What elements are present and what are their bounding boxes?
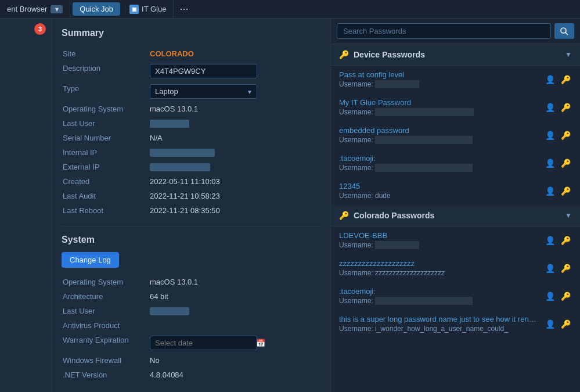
pwd-name[interactable]: 12345 <box>339 182 539 190</box>
last-user-value: ████████ <box>149 116 321 131</box>
list-item: this is a super long password name just … <box>331 310 580 338</box>
change-log-button[interactable]: Change Log <box>62 252 119 268</box>
tab-it-glue-label: IT Glue <box>142 5 166 13</box>
warranty-date-input[interactable] <box>155 339 253 347</box>
list-item: Pass at config level Username: ████████ … <box>331 66 580 93</box>
copy-password-button[interactable]: 🔑 <box>560 74 572 85</box>
main-content: Summary Site COLORADO Description Type <box>52 19 330 392</box>
last-audit-value: 2022-11-21 10:58:23 <box>149 189 321 203</box>
created-value: 2022-05-11 11:10:03 <box>149 174 321 189</box>
copy-password-button[interactable]: 🔑 <box>560 262 572 274</box>
calendar-icon: 📅 <box>256 339 265 347</box>
colorado-passwords-header[interactable]: 🔑 Colorado Passwords ▼ <box>331 205 580 226</box>
list-item: :tacoemoji: Username: ████████ ██████ ██… <box>331 282 580 310</box>
device-key-icon: 🔑 <box>339 50 349 59</box>
summary-title: Summary <box>62 28 321 38</box>
sys-last-user-value: ████████ <box>149 304 321 318</box>
pwd-name[interactable]: this is a super long password name just … <box>339 315 539 323</box>
last-audit-label: Last Audit <box>62 189 149 203</box>
copy-password-button[interactable]: 🔑 <box>560 185 572 197</box>
copy-username-button[interactable]: 👤 <box>544 235 556 246</box>
firewall-label: Windows Firewall <box>62 353 149 368</box>
list-item: LDEVOE-BBB Username: ████████ 👤 🔑 <box>331 226 580 254</box>
site-value: COLORADO <box>149 46 321 61</box>
external-ip-blurred: ██.███.███.███ <box>150 163 210 171</box>
pwd-username: Username: zzzzzzzzzzzzzzzzzzzz <box>339 269 539 277</box>
copy-username-button[interactable]: 👤 <box>544 130 556 141</box>
serial-label: Serial Number <box>62 131 149 145</box>
summary-section: Summary Site COLORADO Description Type <box>62 28 321 218</box>
sys-last-user-label: Last User <box>62 304 149 318</box>
quick-job-button[interactable]: Quick Job <box>73 2 120 16</box>
pwd-name[interactable]: embedded password <box>339 126 539 135</box>
copy-password-button[interactable]: 🔑 <box>560 102 572 113</box>
copy-username-button[interactable]: 👤 <box>544 318 556 330</box>
copy-username-button[interactable]: 👤 <box>544 102 556 113</box>
arch-value: 64 bit <box>149 289 321 304</box>
colorado-key-icon: 🔑 <box>339 211 349 220</box>
device-passwords-label: Device Passwords <box>354 50 425 59</box>
copy-username-button[interactable]: 👤 <box>544 74 556 85</box>
copy-username-button[interactable]: 👤 <box>544 185 556 197</box>
site-link[interactable]: COLORADO <box>150 49 194 58</box>
pwd-item-info: LDEVOE-BBB Username: ████████ <box>339 231 539 249</box>
pwd-username: Username: ████████ <box>339 241 539 249</box>
description-label: Description <box>62 61 149 81</box>
pwd-name[interactable]: Pass at config level <box>339 70 539 79</box>
pwd-name[interactable]: :tacoemoji: <box>339 154 539 163</box>
external-ip-value: ██.███.███.███ <box>149 160 321 174</box>
sys-last-user-blurred: ████████ <box>150 307 189 315</box>
more-options-button[interactable]: ··· <box>174 3 194 15</box>
serial-value: N/A <box>149 131 321 145</box>
pwd-item-info: zzzzzzzzzzzzzzzzzzzz Username: zzzzzzzzz… <box>339 259 539 277</box>
pwd-actions: 👤 🔑 <box>544 290 572 302</box>
pwd-username: Username: ████████ ██████ ████ <box>339 297 539 305</box>
os-label: Operating System <box>62 102 149 116</box>
pwd-username: Username: ███████████████████ <box>339 108 539 116</box>
site-label: Site <box>62 46 149 61</box>
copy-password-button[interactable]: 🔑 <box>560 235 572 246</box>
colorado-passwords-chevron: ▼ <box>565 211 572 220</box>
tab-browser-arrow[interactable]: ▼ <box>51 5 63 13</box>
copy-password-button[interactable]: 🔑 <box>560 157 572 169</box>
list-item: 12345 Username: dude 👤 🔑 <box>331 177 580 205</box>
search-input[interactable] <box>337 23 551 39</box>
type-select[interactable]: Laptop <box>150 84 257 99</box>
list-item: :tacoemoji: Username: ████████ ██████ ██… <box>331 149 580 177</box>
search-button[interactable] <box>554 23 574 39</box>
tab-browser[interactable]: ent Browser ▼ <box>0 0 70 18</box>
device-passwords-header[interactable]: 🔑 Device Passwords ▼ <box>331 44 580 66</box>
search-bar <box>331 19 580 44</box>
copy-password-button[interactable]: 🔑 <box>560 318 572 330</box>
tab-it-glue[interactable]: ▣ IT Glue <box>123 0 174 18</box>
warranty-label: Warranty Expiration <box>62 333 149 353</box>
internal-ip-value: ███.███.███.███ <box>149 145 321 160</box>
pwd-item-info: :tacoemoji: Username: ████████ ██████ ██… <box>339 287 539 305</box>
description-input[interactable] <box>150 64 257 78</box>
copy-username-button[interactable]: 👤 <box>544 290 556 302</box>
list-item: embedded password Username: ████████ ███… <box>331 121 580 149</box>
copy-username-button[interactable]: 👤 <box>544 157 556 169</box>
svg-point-0 <box>561 28 566 33</box>
right-panel: 🔑 Device Passwords ▼ Pass at config leve… <box>330 19 580 392</box>
last-user-label: Last User <box>62 116 149 131</box>
pwd-name[interactable]: zzzzzzzzzzzzzzzzzzzz <box>339 259 539 268</box>
pwd-username: Username: ████████ <box>339 80 539 88</box>
pwd-name[interactable]: My IT Glue Password <box>339 98 539 107</box>
copy-password-button[interactable]: 🔑 <box>560 130 572 141</box>
pwd-name[interactable]: LDEVOE-BBB <box>339 231 539 240</box>
pwd-name[interactable]: :tacoemoji: <box>339 287 539 296</box>
system-section: System Change Log Operating System macOS… <box>62 235 321 382</box>
antivirus-value <box>149 318 321 333</box>
copy-password-button[interactable]: 🔑 <box>560 290 572 302</box>
pwd-actions: 👤 🔑 <box>544 262 572 274</box>
tab-browser-label: ent Browser <box>7 5 47 13</box>
copy-username-button[interactable]: 👤 <box>544 262 556 274</box>
device-passwords-title: 🔑 Device Passwords <box>339 50 425 59</box>
arch-label: Architecture <box>62 289 149 304</box>
internal-ip-blurred: ███.███.███.███ <box>150 149 215 157</box>
colorado-passwords-title: 🔑 Colorado Passwords <box>339 211 434 220</box>
internal-ip-label: Internal IP <box>62 145 149 160</box>
last-reboot-label: Last Reboot <box>62 203 149 218</box>
it-glue-icon: ▣ <box>129 5 139 14</box>
